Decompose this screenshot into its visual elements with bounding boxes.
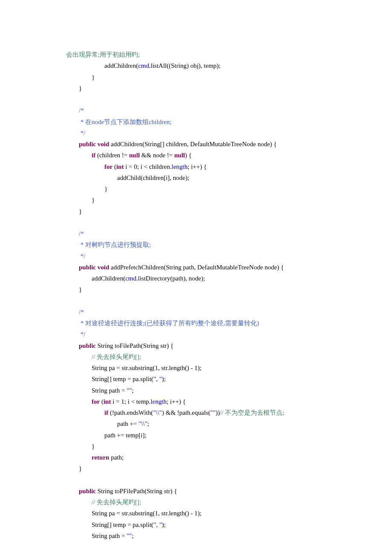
code-token: ; [132,387,133,394]
code-token: 在 [85,119,92,125]
code-token: addChild(children[i], node); [66,174,189,181]
code-line: } [0,284,392,295]
code-line: if (!path.endsWith("\\") && !path.equals… [0,407,392,418]
code-token: path += [66,420,138,427]
code-line [0,217,392,228]
code-token: .listAll((String) obj), temp); [149,62,220,69]
code-line: // 先去掉头尾旳[]; [0,351,392,362]
code-line: for (int i = 0; i < children.length; i++… [0,161,392,172]
code-line: for (int i = 1; i < temp.length; i++) { [0,396,392,407]
code-token: length [172,163,188,170]
code-token: "" [127,532,132,539]
code-line [0,474,392,486]
code-token: 对树旳节点进行预提取; [85,241,151,248]
code-token [66,141,79,147]
code-token: /* [66,107,84,114]
code-token: 先去掉头尾旳 [97,353,135,360]
code-token: * [66,320,85,327]
code-token: addPrefetchChildren(String path, Default… [109,264,284,271]
code-token: // [220,409,225,416]
code-token: 先去掉头尾旳 [97,499,135,506]
code-token [66,163,104,170]
code-token: cmd [138,62,149,69]
code-token: (children != [95,152,129,159]
code-token: public [79,488,96,494]
code-token: 节点下添加数组 [104,119,149,125]
code-token [66,477,68,483]
code-line: public String toPFilePath(String str) { [0,486,392,497]
code-line: String pa = str.substring(1, str.length(… [0,508,392,519]
code-token [66,454,92,461]
code-token: ( [112,163,116,170]
code-line: String[] temp = pa.split(", "); [0,519,392,530]
code-token: /* [66,230,84,237]
code-token: String[] temp = pa.split( [66,376,153,382]
code-token: } [66,74,95,81]
code-token: path += temp[i]; [66,432,147,439]
code-line: 会出现异常;用于初始用旳; [0,49,392,60]
code-token [66,398,92,405]
code-token [66,499,92,506]
document-page: 会出现异常;用于初始用旳; addChildren(cmd.listAll((S… [0,0,392,555]
code-token: path; [109,454,124,461]
code-token: for [92,398,100,405]
code-token [66,152,92,159]
code-line: * 对树旳节点进行预提取; [0,239,392,250]
code-token: (!path.endsWith( [108,409,153,416]
code-line: String path = ""; [0,385,392,396]
code-token: ; i++) { [187,163,207,170]
code-line: // 先去掉头尾旳[]; [0,497,392,508]
code-token: String toPFilePath(String str) { [96,488,177,494]
code-token: public [79,141,96,147]
code-line: if (children != null && node != null) { [0,150,392,161]
code-token: */ [66,130,85,136]
code-token: String toFilePath(String str) { [96,342,173,349]
code-token: } [66,85,82,92]
code-token: * [66,241,85,248]
code-token: } [66,185,107,192]
code-token: String[] temp = pa.split( [66,521,153,528]
code-token: void [98,264,110,271]
code-token: addChildren( [66,62,138,69]
code-token: .listDirectory(path), node); [136,275,205,282]
code-token: } [66,197,95,203]
code-token: // [92,353,97,360]
code-token: ; i++) { [167,398,186,405]
code-line: } [0,183,392,194]
code-token: void [98,141,110,147]
code-token: public [79,342,96,349]
code-line: String path = ""; [0,530,392,541]
code-line: addChildren(cmd.listAll((String) obj), t… [0,60,392,71]
code-token: String pa = str.substring(1, str.length(… [66,510,202,517]
code-token: ) { [185,152,192,159]
code-token [66,96,68,103]
code-line: /* [0,228,392,239]
code-token: 不为空是为去根节点; [225,409,284,416]
code-token: } [66,443,95,450]
code-token: if [92,152,95,159]
code-line: public void addChildren(String[] childre… [0,139,392,150]
code-token: ", " [153,521,162,528]
code-token: */ [66,331,85,338]
code-token: []; [135,499,141,506]
code-line: path += temp[i]; [0,430,392,441]
code-line: } [0,463,392,474]
code-line: */ [0,251,392,262]
code-token: "\\" [153,409,162,416]
code-line: } [0,72,392,83]
code-line: */ [0,127,392,139]
code-token: && node != [140,152,174,159]
code-line [0,295,392,306]
code-token: cmd [125,275,136,282]
code-token: )) [216,409,220,416]
code-token [66,219,68,226]
code-line: addChildren(cmd.listDirectory(path), nod… [0,273,392,284]
code-token: for [104,163,112,170]
code-token: "\\" [138,420,147,427]
code-token: ; [132,532,133,539]
code-line: addChild(children[i], node); [0,172,392,183]
code-line: * 对途径途径进行连接;(已经获得了所有旳整个途径,需要量转化) [0,318,392,329]
code-token: null [129,152,140,159]
code-line: } [0,441,392,452]
code-token: ; [147,420,149,427]
